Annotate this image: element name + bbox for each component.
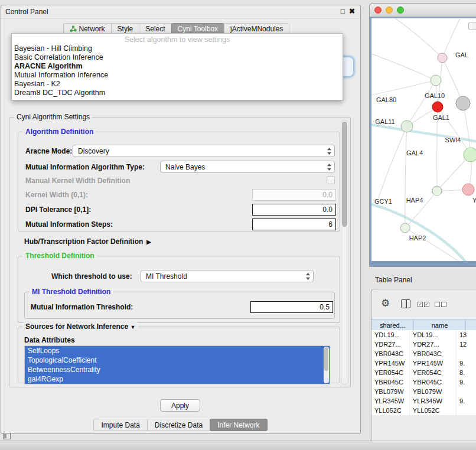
cell-name: YDL19... xyxy=(410,330,457,340)
apply-button[interactable]: Apply xyxy=(160,399,200,412)
tab-impute-data[interactable]: Impute Data xyxy=(93,419,147,431)
cell-shared-name: YER054C xyxy=(371,368,410,377)
gear-icon[interactable]: ⚙ xyxy=(381,298,390,309)
desktop: Control Panel □ ✖ Network Style xyxy=(0,0,476,450)
dropdown-item[interactable]: Mutual Information Inference xyxy=(12,71,343,80)
minimized-panel-icon[interactable] xyxy=(3,433,11,439)
attribute-item-selected[interactable]: gal4RGexp xyxy=(25,374,330,384)
dropdown-item[interactable]: Bayesian - Hill Climbing xyxy=(12,44,343,53)
cell-shared-name: YDR27... xyxy=(371,340,410,349)
node-label: SWI4 xyxy=(445,136,461,144)
columns-icon[interactable] xyxy=(401,299,410,308)
network-node[interactable] xyxy=(432,186,442,195)
zoom-window-icon[interactable] xyxy=(397,6,404,14)
aracne-mode-label: Aracne Mode: xyxy=(25,147,72,155)
select-all-checkbox-icon[interactable]: ✓ xyxy=(424,302,429,307)
settings-scrollbar[interactable] xyxy=(341,120,348,384)
network-node[interactable] xyxy=(431,75,441,86)
tab-infer-network[interactable]: Infer Network xyxy=(210,419,267,431)
table-row[interactable]: YBL079W YBL079W xyxy=(371,387,476,396)
network-node[interactable] xyxy=(400,223,410,233)
column-header[interactable]: shared... xyxy=(371,319,414,331)
dropdown-item[interactable]: Bayesian - K2 xyxy=(12,80,343,89)
sources-group-title[interactable]: Sources for Network Inference ▼ xyxy=(23,322,138,331)
select-all-checkbox-icon[interactable]: ✓ xyxy=(418,302,423,307)
which-threshold-combo[interactable]: MI Threshold xyxy=(141,270,314,282)
combo-arrows-icon xyxy=(327,164,331,171)
hub-tf-definition-toggle[interactable]: Hub/Transcription Factor Definition▶ xyxy=(24,237,151,246)
network-edge xyxy=(371,54,436,80)
column-header[interactable]: name xyxy=(414,319,466,331)
dropdown-placeholder: Select algorithm to view settings xyxy=(12,35,343,44)
dropdown-item[interactable]: Basic Correlation Inference xyxy=(12,53,343,62)
table-row[interactable]: YLR345W YLR345W 9. xyxy=(371,396,476,406)
sources-group: Sources for Network Inference ▼ Data Att… xyxy=(18,327,340,383)
cell-name: YER054C xyxy=(410,368,457,377)
close-icon[interactable]: ✖ xyxy=(349,7,355,15)
table-row[interactable]: YDR27... YDR27... 12 xyxy=(371,340,476,349)
network-graph: GAL GAL80 GAL10 GAL11 GAL1 SWI4 GAL4 GCY… xyxy=(371,18,476,261)
table-row[interactable]: YBR045C YBR045C 9. xyxy=(371,377,476,387)
birdseye-button[interactable] xyxy=(468,22,476,30)
mi-algorithm-type-combo[interactable]: Naive Bayes xyxy=(160,161,335,173)
network-node[interactable] xyxy=(401,120,413,132)
cell-value: 9. xyxy=(457,358,476,368)
attribute-item-selected[interactable]: TopologicalCoefficient xyxy=(25,356,330,365)
combo-arrows-icon xyxy=(306,273,310,280)
network-canvas[interactable]: GAL GAL80 GAL10 GAL11 GAL1 SWI4 GAL4 GCY… xyxy=(371,18,476,261)
dropdown-item[interactable]: Dream8 DC_TDC Algorithm xyxy=(12,89,343,97)
control-panel-window: Control Panel □ ✖ Network Style xyxy=(1,5,361,434)
cell-shared-name: YBR045C xyxy=(371,377,410,387)
kernel-width-field: 0.0 xyxy=(252,189,336,201)
minimize-window-icon[interactable] xyxy=(386,6,393,14)
control-panel-titlebar: Control Panel □ ✖ xyxy=(1,5,360,19)
cell-name: YBR045C xyxy=(410,377,457,387)
scrollbar-thumb[interactable] xyxy=(342,122,347,227)
attribute-list-scrollbar[interactable] xyxy=(324,347,329,383)
deselect-all-checkbox-icon[interactable] xyxy=(435,302,440,307)
network-frame: GAL GAL80 GAL10 GAL11 GAL1 SWI4 GAL4 GCY… xyxy=(370,17,476,266)
kernel-width-label: Kernel Width (0,1): xyxy=(25,191,88,199)
cell-name: YPR145W xyxy=(410,358,457,368)
tab-label: Impute Data xyxy=(101,421,139,429)
threshold-definition-group: Threshold Definition Which threshold to … xyxy=(18,256,340,323)
mi-steps-label: Mutual Information Steps: xyxy=(25,220,113,229)
scrollbar-thumb[interactable] xyxy=(324,347,328,371)
network-node-selected-red[interactable] xyxy=(432,102,443,112)
close-window-icon[interactable] xyxy=(374,6,382,14)
settings-group-title: Cyni Algorithm Settings xyxy=(14,113,92,121)
table-row[interactable]: YER054C YER054C 8. xyxy=(371,368,476,377)
mi-steps-field[interactable]: 6 xyxy=(252,219,336,230)
network-node[interactable] xyxy=(464,148,476,162)
window-bottom-edge xyxy=(0,441,476,450)
dpi-tolerance-field[interactable]: 0.0 xyxy=(252,204,336,216)
tab-discretize-data[interactable]: Discretize Data xyxy=(147,419,210,431)
table-row[interactable]: YBR043C YBR043C xyxy=(371,349,476,358)
table-row[interactable]: YDL19... YDL19... 13 xyxy=(371,330,476,340)
cell-name: YBL079W xyxy=(410,387,457,396)
network-node[interactable] xyxy=(462,184,474,195)
hub-tf-definition-label: Hub/Transcription Factor Definition xyxy=(24,237,143,246)
dropdown-item-selected[interactable]: ARACNE Algorithm xyxy=(12,62,343,71)
node-label: GAL80 xyxy=(376,96,396,103)
mi-threshold-field[interactable]: 0.5 xyxy=(250,301,333,313)
node-label: GAL xyxy=(455,51,468,58)
node-label: GAL10 xyxy=(425,92,445,99)
cell-name: YDR27... xyxy=(410,340,457,349)
aracne-mode-combo[interactable]: Discovery xyxy=(73,145,335,157)
network-node[interactable] xyxy=(456,96,470,110)
mi-algorithm-type-label: Mutual Information Algorithm Type: xyxy=(25,163,145,171)
attribute-item-selected[interactable]: SelfLoops xyxy=(25,346,330,356)
cell-value: 9. xyxy=(457,396,476,406)
column-header[interactable] xyxy=(466,319,476,331)
deselect-all-checkbox-icon[interactable] xyxy=(441,302,446,307)
sources-title-text: Sources for Network Inference xyxy=(25,322,128,331)
table-row[interactable]: YLL052C YLL052C xyxy=(371,406,476,415)
cell-name: YBR043C xyxy=(410,349,457,358)
node-label: Y xyxy=(472,197,476,204)
network-node[interactable] xyxy=(438,53,447,63)
float-window-icon[interactable]: □ xyxy=(341,7,345,15)
table-row[interactable]: YPR145W YPR145W 9. xyxy=(371,358,476,368)
attribute-item-selected[interactable]: BetweennessCentrality xyxy=(25,365,330,374)
network-view-window: GAL GAL80 GAL10 GAL11 GAL1 SWI4 GAL4 GCY… xyxy=(369,3,476,267)
